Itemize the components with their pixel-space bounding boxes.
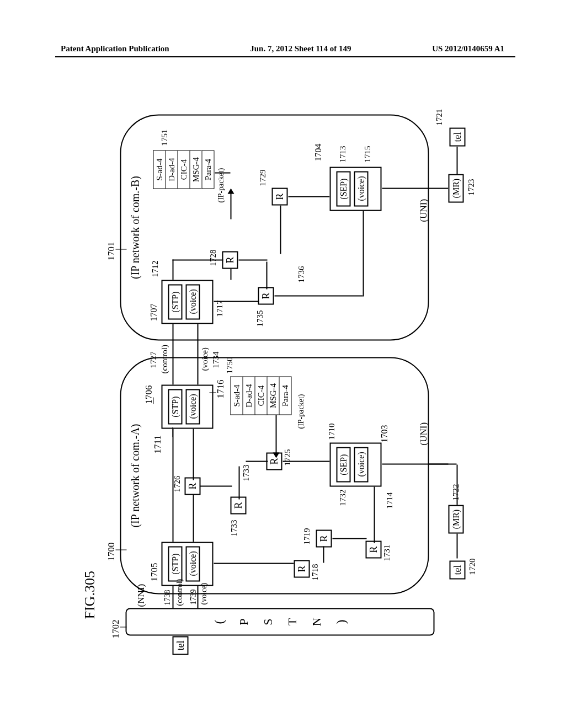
ref-1713: 1713: [338, 146, 347, 163]
ref-1728: 1728: [208, 250, 217, 266]
ref-1716: 1716: [215, 380, 226, 399]
ref-1718: 1718: [310, 564, 319, 581]
ref-1733: 1733: [229, 520, 238, 537]
leader-1700: [115, 550, 126, 550]
link-b-h1: [266, 262, 267, 290]
ref-1704: 1704: [313, 144, 323, 162]
control-1727-label: (control): [159, 345, 169, 373]
link-a-h1: [323, 547, 324, 563]
ref-1701: 1701: [105, 242, 116, 261]
nni-label: (NNI): [135, 584, 146, 607]
ip-packet-1751: S-ad-4 D-ad-4 CIC-4 MSG-4 Para-4: [153, 151, 214, 189]
tel-1721: tel: [449, 128, 465, 147]
link-a-v4: [282, 461, 329, 462]
link-b-h3: [363, 211, 364, 297]
ref-1707: 1707: [148, 304, 158, 322]
ref-1734: 1734: [211, 352, 220, 368]
ref-1751: 1751: [159, 130, 169, 146]
page-header: Patent Application Publication Jun. 7, 2…: [0, 44, 565, 53]
header-left: Patent Application Publication: [61, 44, 169, 53]
voice-1715: (voice): [354, 172, 368, 207]
router-1729: R: [271, 188, 287, 205]
link-b-v0: [172, 260, 223, 261]
ref-1706: 1706: [143, 386, 154, 404]
sep-1710: (SEP): [336, 447, 350, 483]
cloud-b-label: (IP network of com.-B): [129, 116, 141, 340]
router-1719: R: [316, 529, 332, 547]
tel-1720: tel: [449, 561, 465, 580]
ref-1722: 1722: [451, 484, 460, 501]
pkt-b-f1: S-ad-4: [153, 151, 165, 189]
arrow-1751: [230, 193, 231, 220]
ref-1732: 1732: [338, 490, 347, 506]
pstn-paren-open: (: [211, 620, 226, 624]
link-a-stp: [172, 429, 173, 542]
link-a-r1726a: [193, 495, 194, 542]
ref-1736: 1736: [296, 266, 306, 283]
ref-1735: 1735: [255, 311, 264, 327]
node-1707: (STP) (voice): [161, 280, 213, 324]
router-1731: R: [365, 540, 381, 558]
link-b-v2: [238, 260, 267, 261]
ref-1719: 1719: [302, 528, 311, 545]
voice-1734-label: (voice): [200, 347, 209, 371]
pkt-b-f4: MSG-4: [189, 151, 201, 189]
ref-1733b: 1733: [241, 465, 250, 481]
ref-1712: 1712: [150, 261, 159, 277]
link-b-v3: [288, 196, 329, 197]
ref-1710: 1710: [327, 424, 336, 440]
stp-1711: (STP): [168, 389, 182, 425]
router-1718: R: [294, 560, 310, 577]
stp-1712: (STP): [168, 285, 182, 320]
header-rule: [55, 56, 515, 57]
sep-1713: (SEP): [336, 172, 350, 207]
ref-1702: 1702: [110, 620, 121, 639]
pkt-a-f1: S-ad-4: [230, 377, 242, 415]
link-a-v1: [214, 563, 294, 564]
pkt-a-f2: D-ad-4: [242, 377, 254, 415]
header-right: US 2012/0140659 A1: [432, 44, 504, 53]
ref-1705: 1705: [148, 563, 159, 582]
figure-rotated-wrap: FIG.305 ( P S T N ) tel 1702 (IP network…: [6, 141, 566, 601]
mr-1722: (MR): [448, 505, 463, 534]
link-control-1727: [172, 324, 173, 385]
uni-b-label: (UNI): [418, 199, 429, 222]
voice-1714: (voice): [354, 447, 368, 483]
ref-1725: 1725: [282, 449, 292, 466]
ref-1715: 1715: [363, 146, 372, 163]
leader-1706: [153, 398, 153, 404]
pstn-network: ( P S T N ): [125, 608, 434, 636]
pstn-letter-n: N: [309, 618, 323, 627]
ref-1711: 1711: [152, 435, 163, 453]
link-a-h2: [238, 467, 239, 500]
arrow-1750: [275, 415, 276, 454]
link-uni-b: [382, 188, 448, 189]
stp-1705: (STP): [168, 547, 182, 582]
link-mr-tel-b: [456, 147, 457, 174]
figure-305: FIG.305 ( P S T N ) tel 1702 (IP network…: [65, 95, 506, 647]
ref-1717: 1717: [215, 301, 224, 317]
leader-1716: [209, 393, 216, 393]
link-a-r1726b: [193, 429, 194, 480]
pkt-b-f2: D-ad-4: [165, 151, 177, 189]
ref-1750: 1750: [225, 357, 234, 374]
leader-1702: [120, 627, 126, 628]
link-b-h2: [280, 206, 281, 254]
ref-1729: 1729: [258, 170, 267, 186]
link-a-v5: [332, 538, 366, 539]
pkt-b-f5: Para-4: [201, 151, 214, 189]
ip-packet-1750: S-ad-4 D-ad-4 CIC-4 MSG-4 Para-4: [230, 377, 291, 415]
ref-1700: 1700: [105, 543, 116, 561]
pkt-a-f5: Para-4: [279, 377, 291, 415]
pstn-letter-s: S: [260, 618, 275, 625]
ref-1714: 1714: [385, 493, 394, 509]
pkt-b-f3: CIC-4: [177, 151, 189, 189]
uni-a-label: (UNI): [418, 422, 429, 446]
pstn-paren-close: ): [333, 620, 348, 624]
voice-1705: (voice): [185, 547, 200, 582]
voice-1717: (voice): [185, 285, 200, 320]
voice-nni-label: (voice): [199, 583, 208, 605]
voice-1716: (voice): [185, 389, 200, 425]
ref-1723: 1723: [466, 179, 476, 196]
ref-1738: 1738: [163, 590, 172, 606]
